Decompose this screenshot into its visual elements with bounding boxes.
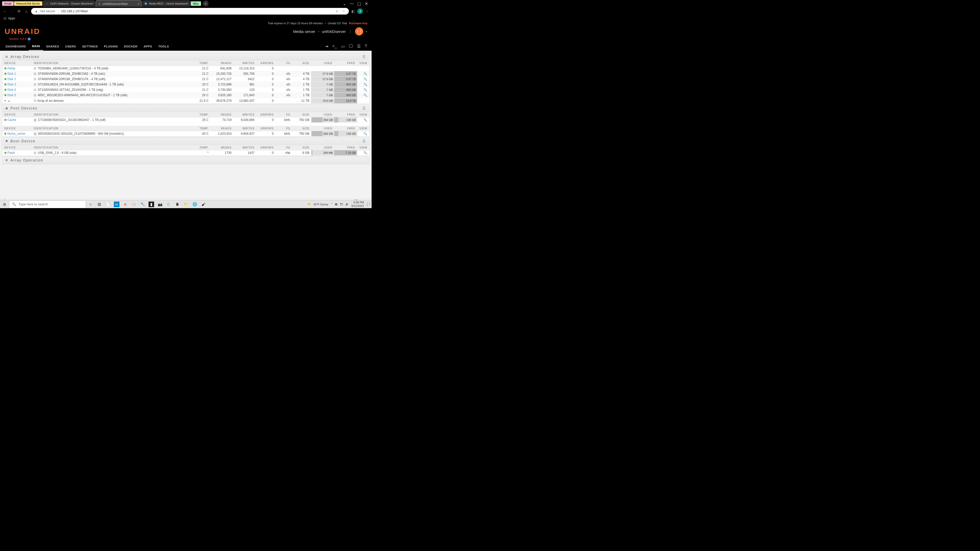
- browse-icon[interactable]: 🔍: [363, 132, 367, 135]
- nav-tools[interactable]: TOOLS: [155, 42, 172, 51]
- panel-title: Pool Devices: [11, 106, 38, 110]
- drive-icon: ▥: [34, 132, 37, 135]
- nav-main[interactable]: MAIN: [29, 42, 43, 51]
- chevron-down-icon[interactable]: ▾: [366, 30, 367, 33]
- bookmark-misc[interactable]: Misc: [191, 1, 201, 6]
- disk-link[interactable]: Disk 3: [7, 83, 16, 86]
- url-input[interactable]: ▲ Not secure | 192.168.1.247/Main ⎋ ☆: [31, 8, 349, 14]
- disk-link[interactable]: Nvme_cache: [7, 132, 25, 135]
- tab-favicon: ●: [99, 2, 100, 5]
- app-icon[interactable]: 📄: [105, 202, 111, 207]
- browse-icon[interactable]: 🔍: [363, 72, 367, 76]
- volume-icon[interactable]: 🔊: [345, 203, 349, 206]
- nav-plugins[interactable]: PLUGINS: [101, 42, 121, 51]
- tray-icon[interactable]: ▦: [335, 203, 337, 206]
- list-view-icon[interactable]: ☰: [363, 106, 366, 110]
- tab-nodered[interactable]: ⬢ Node-RED – Home Assistant ✕: [142, 0, 190, 7]
- browse-icon[interactable]: 🔍: [363, 94, 367, 97]
- chrome-icon[interactable]: 🌐: [192, 202, 197, 207]
- system-tray: ☀️ 92°F Sunny ˄ ▦ 🗔 🔊 5:56 PM 5/11/2022 …: [307, 201, 372, 207]
- close-icon[interactable]: ✕: [365, 1, 368, 6]
- nav-apps[interactable]: APPS: [141, 42, 155, 51]
- help-icon[interactable]: ?: [365, 44, 367, 49]
- drive-icon: ▥: [34, 118, 37, 122]
- disk-row: Disk 1⊟ST4000VN008-2DR166_ZDHBCG8Z - 4 T…: [2, 71, 369, 76]
- forward-button[interactable]: →: [10, 9, 14, 13]
- purchase-key-link[interactable]: Purchase Key: [349, 22, 368, 25]
- reload-button[interactable]: ⟳: [17, 9, 21, 13]
- disk-link[interactable]: Cache: [7, 118, 16, 122]
- nav-settings[interactable]: SETTINGS: [79, 42, 101, 51]
- tray-icon[interactable]: 🗔: [340, 203, 343, 206]
- tab-unifi[interactable]: — UniFi Network - Dream Machine ✕: [43, 0, 95, 7]
- tab-unraid[interactable]: ● unRAIDserver/Main ✕: [96, 0, 142, 7]
- app-icon[interactable]: 🖌: [200, 202, 206, 207]
- maximize-icon[interactable]: ▢: [357, 1, 361, 6]
- cortana-icon[interactable]: ○: [88, 202, 94, 207]
- taskbar-search[interactable]: 🔍 Type here to search: [9, 200, 86, 208]
- clock[interactable]: 5:56 PM 5/11/2022: [352, 201, 364, 207]
- nav-users[interactable]: USERS: [62, 42, 79, 51]
- disk-link[interactable]: Disk 4: [7, 88, 16, 92]
- app-icon[interactable]: 🔧: [140, 202, 145, 207]
- app-icon[interactable]: A: [123, 202, 128, 207]
- apps-grid-icon[interactable]: [3, 17, 6, 20]
- feedback-icon[interactable]: ▭: [341, 44, 345, 49]
- nav-shares[interactable]: SHARES: [43, 42, 62, 51]
- nav-docker[interactable]: DOCKER: [121, 42, 141, 51]
- chevron-up-icon[interactable]: ˄: [331, 203, 332, 206]
- profile-avatar[interactable]: J: [357, 8, 363, 14]
- weather-text[interactable]: 92°F Sunny: [313, 203, 328, 206]
- bookmark-star-icon[interactable]: ☆: [342, 10, 345, 13]
- menu-icon[interactable]: ⋮: [366, 9, 369, 13]
- nav-dashboard[interactable]: DASHBOARD: [3, 42, 29, 51]
- array-table: DEVICEIDENTIFICATIONTEMP.READSWRITESERRO…: [2, 60, 369, 103]
- browse-icon[interactable]: 🔍: [363, 118, 367, 122]
- search-placeholder: Type here to search: [19, 202, 48, 206]
- log-icon[interactable]: ☰: [357, 44, 361, 49]
- disk-link[interactable]: Disk 5: [7, 94, 16, 97]
- bookmark-email[interactable]: Email: [2, 1, 14, 6]
- notifications-icon[interactable]: 💬: [366, 203, 370, 206]
- terminal-icon[interactable]: >_: [332, 44, 337, 49]
- spin-controls[interactable]: ▾ ▴: [4, 99, 11, 103]
- minimize-icon[interactable]: —: [350, 1, 354, 6]
- disk-link[interactable]: Flash: [7, 151, 15, 155]
- extensions-icon[interactable]: ◧: [352, 9, 355, 13]
- new-tab-button[interactable]: +: [203, 1, 208, 6]
- user-menu[interactable]: ↿↾: [355, 27, 363, 35]
- task-view-icon[interactable]: ⊟: [97, 202, 102, 207]
- apps-label[interactable]: Apps: [8, 17, 15, 20]
- browse-icon[interactable]: 🔍: [363, 77, 367, 81]
- explorer-icon[interactable]: 📁: [183, 202, 189, 207]
- logout-icon[interactable]: ⇥: [325, 44, 328, 49]
- home-button[interactable]: ⌂: [24, 9, 29, 13]
- app-icon[interactable]: ▮: [148, 202, 154, 207]
- back-button[interactable]: ←: [3, 9, 7, 13]
- calculator-icon[interactable]: 🖩: [175, 202, 180, 207]
- info-icon[interactable]: i: [27, 38, 30, 41]
- list-view-icon[interactable]: ☰: [363, 55, 366, 59]
- close-icon[interactable]: ✕: [186, 2, 189, 5]
- close-icon[interactable]: ✕: [91, 2, 94, 5]
- bookmark-network[interactable]: Network/HA Server: [14, 1, 43, 6]
- app-icon[interactable]: 📷: [157, 202, 163, 207]
- start-button[interactable]: ⊞: [0, 200, 9, 208]
- browse-icon[interactable]: 🔍: [363, 88, 367, 92]
- chevron-down-icon[interactable]: ⌄: [343, 1, 346, 6]
- disk-link[interactable]: Disk 1: [7, 72, 16, 76]
- weather-icon[interactable]: ☀️: [307, 203, 311, 206]
- browse-icon[interactable]: 🔍: [363, 151, 367, 155]
- app-icon[interactable]: C: [166, 202, 172, 207]
- share-icon[interactable]: ⎋: [336, 10, 338, 13]
- list-view-icon[interactable]: ☰: [363, 139, 366, 143]
- app-icon[interactable]: ⬡: [131, 202, 137, 207]
- app-icon[interactable]: ∞: [114, 202, 119, 207]
- pool2-table: DEVICEIDENTIFICATIONTEMP.READSWRITESERRO…: [2, 126, 369, 137]
- disk-link[interactable]: Parity: [7, 67, 15, 70]
- close-icon[interactable]: ✕: [137, 2, 140, 6]
- disk-link[interactable]: Disk 2: [7, 77, 16, 81]
- disk-row: Nvme_cache▥WDS500G3X0C-00SJG0_21107G8069…: [2, 131, 369, 137]
- browse-icon[interactable]: 🔍: [363, 83, 367, 86]
- display-icon[interactable]: 🖵: [349, 44, 353, 49]
